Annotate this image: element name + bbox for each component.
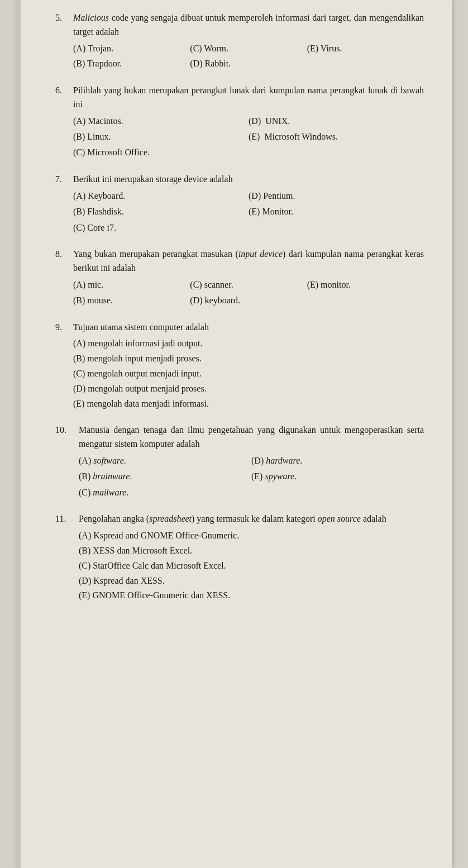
list-item: (D) mengolah output menjaid proses. xyxy=(73,381,424,397)
list-item: (E) Monitor. xyxy=(249,204,424,220)
list-item: (B) Flashdisk. xyxy=(73,204,249,220)
list-item: (A) Keyboard. xyxy=(73,189,249,204)
list-item: (E) spyware. xyxy=(251,469,424,484)
q7-text: Berikut ini merupakan storage device ada… xyxy=(73,173,424,187)
list-item: (C) mailware. xyxy=(79,485,424,500)
list-item: (A) Kspread and GNOME Office-Gnumeric. xyxy=(79,528,424,543)
q7-number: 7. xyxy=(55,173,73,187)
question-9: 9. Tujuan utama sistem computer adalah (… xyxy=(55,321,424,412)
question-7: 7. Berikut ini merupakan storage device … xyxy=(55,173,424,235)
q6-options: (A) Macintos. (D) UNIX. (B) Linux. (E) M… xyxy=(73,114,424,145)
left-border xyxy=(16,0,21,868)
list-item xyxy=(307,293,424,308)
list-item: (E) mengolah data menjadi informasi. xyxy=(73,397,424,412)
q10-options: (A) software. (D) hardware. (B) brainwar… xyxy=(79,454,424,484)
q5-text: Malicious code yang sengaja dibuat untuk… xyxy=(73,11,424,39)
q6-number: 6. xyxy=(55,84,73,98)
list-item: (D) hardware. xyxy=(251,454,424,469)
q11-text: Pengolahan angka (spreadsheet) yang term… xyxy=(79,512,424,526)
list-item: (B) mengolah input menjadi proses. xyxy=(73,351,424,366)
q10-text: Manusia dengan tenaga dan ilmu pengetahu… xyxy=(79,423,424,451)
list-item: (C) mengolah output menjadi input. xyxy=(73,366,424,381)
list-item: (C) Core i7. xyxy=(73,221,424,236)
list-item: (E) GNOME Office-Gnumeric dan XESS. xyxy=(79,588,424,603)
q8-number: 8. xyxy=(55,247,73,261)
q6-text: Pilihlah yang bukan merupakan perangkat … xyxy=(73,84,424,112)
list-item: (D) Pentium. xyxy=(249,189,424,204)
q8-text: Yang bukan merupakan perangkat masukan (… xyxy=(73,247,424,275)
list-item: (E) Virus. xyxy=(307,41,424,56)
list-item: (A) Trojan. xyxy=(73,41,190,56)
question-6: 6. Pilihlah yang bukan merupakan perangk… xyxy=(55,84,424,160)
list-item: (D) Kspread dan XESS. xyxy=(79,574,424,589)
list-item: (D) Rabbit. xyxy=(190,56,307,71)
list-item: (B) XESS dan Microsoft Excel. xyxy=(79,543,424,559)
q9-options: (A) mengolah informasi jadi output. (B) … xyxy=(73,336,424,411)
list-item: (E) monitor. xyxy=(307,278,424,293)
q9-number: 9. xyxy=(55,321,73,335)
q10-option-c: (C) mailware. xyxy=(79,485,424,500)
list-item xyxy=(307,56,424,71)
list-item: (A) Macintos. xyxy=(73,114,249,129)
q5-number: 5. xyxy=(55,11,73,25)
q7-options: (A) Keyboard. (D) Pentium. (B) Flashdisk… xyxy=(73,189,424,220)
list-item: (B) brainware. xyxy=(79,469,251,484)
page: 5. Malicious code yang sengaja dibuat un… xyxy=(16,0,452,868)
q9-text: Tujuan utama sistem computer adalah xyxy=(73,321,424,335)
list-item: (A) mic. xyxy=(73,278,190,293)
q6-option-c: (C) Microsoft Office. xyxy=(73,145,424,160)
q11-options: (A) Kspread and GNOME Office-Gnumeric. (… xyxy=(79,528,424,603)
list-item: (A) mengolah informasi jadi output. xyxy=(73,336,424,351)
list-item: (B) mouse. xyxy=(73,293,190,308)
list-item: (A) software. xyxy=(79,454,251,469)
list-item: (C) Microsoft Office. xyxy=(73,145,424,160)
list-item: (B) Trapdoor. xyxy=(73,56,190,71)
question-5: 5. Malicious code yang sengaja dibuat un… xyxy=(55,11,424,71)
q10-number: 10. xyxy=(55,423,79,437)
question-8: 8. Yang bukan merupakan perangkat masuka… xyxy=(55,247,424,308)
q8-options: (A) mic. (C) scanner. (E) monitor. (B) m… xyxy=(73,278,424,308)
q11-number: 11. xyxy=(55,512,79,526)
list-item: (B) Linux. xyxy=(73,130,249,145)
question-11: 11. Pengolahan angka (spreadsheet) yang … xyxy=(55,512,424,603)
q5-options: (A) Trojan. (C) Worm. (E) Virus. (B) Tra… xyxy=(73,41,424,72)
list-item: (D) UNIX. xyxy=(249,114,424,129)
list-item: (C) StarOffice Calc dan Microsoft Excel. xyxy=(79,559,424,574)
list-item: (D) keyboard. xyxy=(190,293,307,308)
list-item: (C) Worm. xyxy=(190,41,307,56)
list-item: (C) scanner. xyxy=(190,278,307,293)
question-10: 10. Manusia dengan tenaga dan ilmu penge… xyxy=(55,423,424,500)
q7-option-c: (C) Core i7. xyxy=(73,221,424,236)
list-item: (E) Microsoft Windows. xyxy=(249,130,424,145)
